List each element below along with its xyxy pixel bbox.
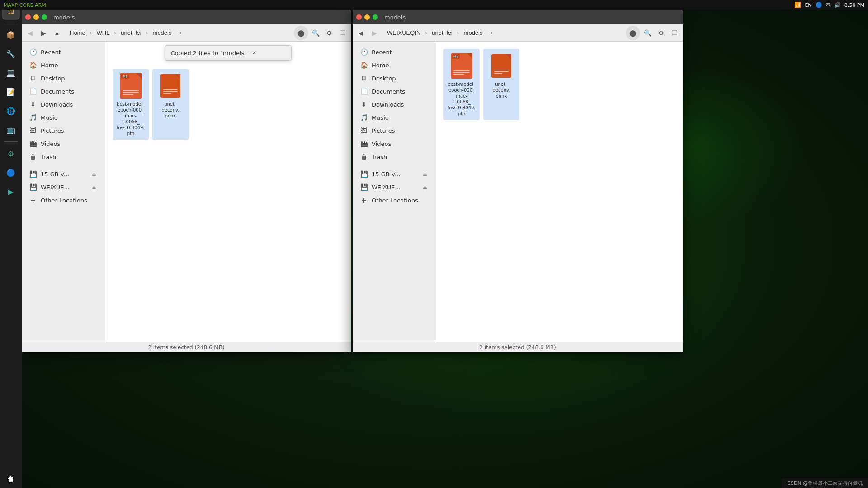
taskbar-icon-4[interactable]: 📝 — [2, 83, 20, 101]
zip-badge-pth-left: zip — [121, 74, 129, 79]
minimize-button-right[interactable] — [364, 14, 370, 20]
breadcrumb-sep-2-right: › — [457, 30, 459, 36]
taskbar-icon-6[interactable]: 📺 — [2, 121, 20, 139]
sidebar-item-home-left[interactable]: 🏠 Home — [24, 59, 103, 71]
bottom-bar-text: CSDN @鲁棒最小二乘支持向量机 — [787, 480, 863, 487]
close-button-right[interactable] — [356, 14, 362, 20]
eject-weixue-icon-left[interactable]: ⏏ — [90, 183, 98, 191]
back-button-right[interactable]: ◀ — [354, 27, 367, 39]
breadcrumb-next-right[interactable]: › — [487, 27, 496, 39]
menu-button-left[interactable]: ☰ — [336, 27, 349, 39]
sidebar-item-other-left[interactable]: + Other Locations — [24, 194, 103, 206]
sidebar-item-home-right[interactable]: 🏠 Home — [354, 59, 434, 71]
file-item-onnx-right[interactable]: unet_deconv.onnx — [483, 49, 519, 120]
sidebar-item-15gb-left[interactable]: 💾 15 GB V... ⏏ — [24, 168, 103, 180]
sidebar-item-downloads-right[interactable]: ⬇ Downloads — [354, 98, 434, 111]
sidebar-item-desktop-right[interactable]: 🖥 Desktop — [354, 72, 434, 84]
search-button-right[interactable]: 🔍 — [641, 27, 654, 39]
sidebar-label-pictures-left: Pictures — [41, 127, 98, 134]
taskbar-trash-icon[interactable]: 🗑 — [2, 470, 20, 488]
maximize-button-left[interactable] — [42, 14, 47, 20]
forward-button-left[interactable]: ▶ — [37, 27, 50, 39]
sidebar-item-15gb-right[interactable]: 💾 15 GB V... ⏏ — [354, 168, 434, 180]
sidebar-item-weixue-left[interactable]: 💾 WEIXUE... ⏏ — [24, 181, 103, 193]
view-toggle-right[interactable]: ⬤ — [626, 26, 640, 40]
file-manager-right: models ◀ ▶ WEIXUEQIN › unet_lei › models… — [353, 10, 683, 352]
window-title-right: models — [384, 14, 406, 21]
file-view-left[interactable]: Copied 2 files to "models" ✕ zip — [105, 42, 351, 342]
sidebar-label-music-right: Music — [372, 114, 429, 121]
taskbar-icon-2[interactable]: 🔧 — [2, 45, 20, 63]
view-toggle-left[interactable]: ⬤ — [294, 26, 308, 40]
sidebar-item-recent-left[interactable]: 🕐 Recent — [24, 46, 103, 58]
sidebar-label-downloads-left: Downloads — [41, 101, 98, 108]
sidebar-item-videos-right[interactable]: 🎬 Videos — [354, 137, 434, 150]
taskbar-icon-7[interactable]: ⚙ — [2, 145, 20, 163]
toast-message-left: Copied 2 files to "models" — [171, 50, 247, 56]
sidebar-item-documents-right[interactable]: 📄 Documents — [354, 85, 434, 98]
view-options-button-left[interactable]: ⚙ — [323, 27, 335, 39]
file-item-pth-right[interactable]: zip best-model_epoch-000_mae-1.0068_loss… — [443, 49, 480, 120]
sidebar-label-documents-right: Documents — [372, 88, 429, 95]
status-bar-right: 2 items selected (248.6 MB) — [353, 342, 683, 352]
eject-15gb-icon-right[interactable]: ⏏ — [421, 170, 429, 178]
file-lines-pth-left — [122, 89, 140, 96]
file-view-right[interactable]: zip best-model_epoch-000_mae-1.0068_loss… — [436, 42, 683, 342]
other-locations-icon-right: + — [360, 196, 368, 204]
file-item-onnx-left[interactable]: unet_deconv.onnx — [152, 69, 189, 140]
file-manager-left: models ◀ ▶ ▲ Home › WHL › unet_lei › mod… — [22, 10, 351, 352]
sidebar-item-documents-left[interactable]: 📄 Documents — [24, 85, 103, 98]
sidebar-spacer-left — [22, 164, 105, 167]
sidebar-label-weixue-left: WEIXUE... — [41, 184, 87, 191]
trash-icon-right: 🗑 — [360, 153, 368, 161]
menu-button-right[interactable]: ☰ — [668, 27, 681, 39]
file-grid-left: zip best-model_epoch-000_mae-1.0068_loss… — [113, 69, 344, 140]
file-icon-onnx-left — [159, 72, 182, 99]
search-button-left[interactable]: 🔍 — [309, 27, 322, 39]
taskbar-icon-9[interactable]: ▶ — [2, 183, 20, 201]
sidebar-item-music-left[interactable]: 🎵 Music — [24, 111, 103, 124]
up-button-left[interactable]: ▲ — [51, 27, 63, 39]
file-lines-onnx-left — [162, 89, 179, 95]
sidebar-item-trash-right[interactable]: 🗑 Trash — [354, 150, 434, 163]
fm-content-left: 🕐 Recent 🏠 Home 🖥 Desktop 📄 Documents ⬇ — [22, 42, 351, 342]
toast-close-button-left[interactable]: ✕ — [250, 49, 258, 56]
sidebar-item-downloads-left[interactable]: ⬇ Downloads — [24, 98, 103, 111]
close-button-left[interactable] — [25, 14, 31, 20]
toolbar-right-left: ⬤ 🔍 ⚙ ☰ — [294, 26, 349, 40]
sidebar-item-other-right[interactable]: + Other Locations — [354, 194, 434, 206]
back-button-left[interactable]: ◀ — [24, 27, 36, 39]
minimize-button-left[interactable] — [33, 14, 39, 20]
breadcrumb-home-left[interactable]: Home — [66, 28, 89, 38]
sidebar-item-desktop-left[interactable]: 🖥 Desktop — [24, 72, 103, 84]
sidebar-item-music-right[interactable]: 🎵 Music — [354, 111, 434, 124]
maximize-button-right[interactable] — [373, 14, 378, 20]
file-item-pth-left[interactable]: zip best-model_epoch-000_mae-1.0068_loss… — [113, 69, 149, 140]
breadcrumb-next-left[interactable]: › — [176, 27, 185, 39]
taskbar-icon-3[interactable]: 💻 — [2, 64, 20, 82]
sidebar-item-trash-left[interactable]: 🗑 Trash — [24, 150, 103, 163]
file-name-onnx-left: unet_deconv.onnx — [162, 101, 179, 119]
sidebar-item-pictures-right[interactable]: 🖼 Pictures — [354, 124, 434, 137]
breadcrumb-sep-3-left: › — [146, 30, 148, 36]
eject-15gb-icon-left[interactable]: ⏏ — [90, 170, 98, 178]
taskbar-icon-1[interactable]: 📦 — [2, 26, 20, 44]
sidebar-item-weixue-right[interactable]: 💾 WEIXUE... ⏏ — [354, 181, 434, 193]
taskbar-icon-8[interactable]: 🔵 — [2, 164, 20, 182]
eject-weixue-icon-right[interactable]: ⏏ — [421, 183, 429, 191]
breadcrumb-unet-left[interactable]: unet_lei — [117, 28, 145, 38]
view-options-button-right[interactable]: ⚙ — [655, 27, 667, 39]
sidebar-item-recent-right[interactable]: 🕐 Recent — [354, 46, 434, 58]
status-bar-left: 2 items selected (248.6 MB) — [22, 342, 351, 352]
forward-button-right[interactable]: ▶ — [368, 27, 381, 39]
sidebar-item-pictures-left[interactable]: 🖼 Pictures — [24, 124, 103, 137]
breadcrumb-models-left[interactable]: models — [149, 28, 175, 38]
sidebar-label-other-right: Other Locations — [372, 197, 429, 204]
breadcrumb-weixueqin-right[interactable]: WEIXUEQIN — [383, 28, 424, 38]
breadcrumb-models-right[interactable]: models — [460, 28, 486, 38]
taskbar-icon-5[interactable]: 🌐 — [2, 102, 20, 120]
breadcrumb-unet-right[interactable]: unet_lei — [428, 28, 456, 38]
bluetooth-icon: 🔵 — [816, 2, 822, 8]
breadcrumb-whl-left[interactable]: WHL — [93, 28, 113, 38]
sidebar-item-videos-left[interactable]: 🎬 Videos — [24, 137, 103, 150]
